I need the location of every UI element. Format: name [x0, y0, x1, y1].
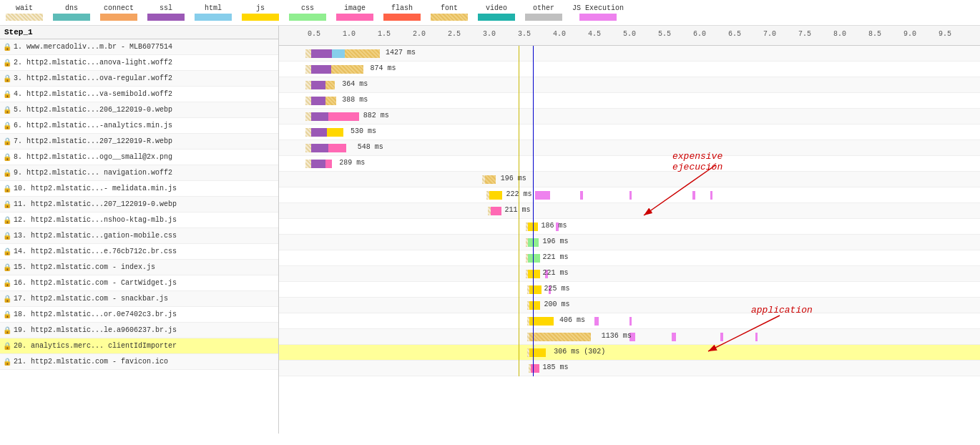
resource-row-17[interactable]: 🔒17. http2.mlstatic.com - snackbar.js	[0, 291, 278, 307]
resource-row-8[interactable]: 🔒8. http2.mlstatic...ogo__small@2x.png	[0, 150, 278, 165]
waterfall-rows: 1427 ms874 ms364 ms388 ms882 ms530 ms548…	[279, 46, 980, 376]
resource-name: 21. http2.mlstatic.com - favicon.ico	[14, 358, 168, 366]
bar-time-label: 874 ms	[370, 64, 396, 72]
bar-time-label: 196 ms	[543, 238, 569, 245]
tick-5.5: 5.5	[658, 30, 671, 38]
bar-time-label: 211 ms	[505, 206, 531, 214]
tick-4.5: 4.5	[588, 30, 601, 38]
resource-name: 2. http2.mlstatic...anova-light.woff2	[14, 59, 172, 67]
resource-name: 5. http2.mlstatic...206_122019-0.webp	[14, 106, 172, 114]
tick-3.0: 3.0	[483, 30, 496, 38]
waterfall-row-16: 225 ms	[279, 282, 980, 298]
resource-row-20[interactable]: 🔒20. analytics.merc... clientIdImporter	[0, 338, 278, 354]
bar-time-label: 1427 ms	[386, 49, 416, 57]
bar-time-label: 196 ms	[501, 175, 526, 182]
bar-segment	[531, 364, 539, 373]
resource-row-3[interactable]: 🔒3. http2.mlstatic...ova-regular.woff2	[0, 71, 278, 87]
js-exec-bar	[692, 191, 695, 200]
lock-icon: 🔒	[3, 200, 11, 209]
resource-row-4[interactable]: 🔒4. http2.mlstatic...va-semibold.woff2	[0, 87, 278, 102]
legend-ssl: ssl	[147, 4, 185, 21]
resource-row-9[interactable]: 🔒9. http2.mlstatic... navigation.woff2	[0, 165, 278, 181]
bar-segment	[311, 81, 325, 89]
js-exec-bar	[755, 333, 758, 341]
waterfall-row-13: 196 ms	[279, 235, 980, 250]
legend-js: js	[242, 4, 279, 21]
js-exec-bar	[672, 333, 676, 341]
tick-7.0: 7.0	[763, 30, 776, 38]
tick-1.0: 1.0	[343, 30, 356, 38]
resource-name: 15. http2.mlstatic.com - index.js	[14, 263, 155, 271]
resource-row-6[interactable]: 🔒6. http2.mlstatic...-analytics.min.js	[0, 118, 278, 134]
resource-name: 6. http2.mlstatic...-analytics.min.js	[14, 122, 172, 129]
resource-name: 12. http2.mlstatic...nshoo-ktag-mlb.js	[14, 216, 177, 224]
lock-icon: 🔒	[3, 326, 11, 335]
resource-row-2[interactable]: 🔒2. http2.mlstatic...anova-light.woff2	[0, 55, 278, 71]
tick-3.5: 3.5	[518, 30, 531, 38]
video-swatch	[478, 14, 515, 21]
resource-row-21[interactable]: 🔒21. http2.mlstatic.com - favicon.ico	[0, 354, 278, 370]
resource-name: 1. www.mercadoliv...m.br - MLB6077514	[14, 43, 172, 51]
bar-segment	[311, 112, 328, 121]
resource-row-11[interactable]: 🔒11. http2.mlstatic...207_122019-0.webp	[0, 197, 278, 212]
lock-icon: 🔒	[3, 295, 11, 303]
resource-row-14[interactable]: 🔒14. http2.mlstatic...e.76cb712c.br.css	[0, 244, 278, 260]
bar-time-label: 548 ms	[358, 143, 383, 151]
bar-segment	[305, 65, 311, 74]
legend-connect: connect	[100, 4, 137, 21]
js-exec-bar	[710, 191, 712, 200]
legend-css: css	[289, 4, 326, 21]
flash-swatch	[383, 14, 421, 21]
resource-name: 8. http2.mlstatic...ogo__small@2x.png	[14, 153, 172, 161]
resource-row-19[interactable]: 🔒19. http2.mlstatic...le.a9606237.br.js	[0, 323, 278, 338]
resource-row-5[interactable]: 🔒5. http2.mlstatic...206_122019-0.webp	[0, 102, 278, 118]
resource-row-18[interactable]: 🔒18. http2.mlstatic...or.0e7402c3.br.js	[0, 307, 278, 323]
lock-icon: 🔒	[3, 310, 11, 319]
legend-html: html	[195, 4, 232, 21]
waterfall-row-6: 530 ms	[279, 124, 980, 140]
waterfall-row-4: 388 ms	[279, 93, 980, 109]
bar-time-label: 186 ms	[542, 222, 567, 230]
lock-icon: 🔒	[3, 279, 11, 288]
resource-row-10[interactable]: 🔒10. http2.mlstatic...- melidata.min.js	[0, 181, 278, 197]
lock-icon: 🔒	[3, 106, 11, 114]
bar-segment	[529, 333, 591, 341]
resource-row-1[interactable]: 🔒1. www.mercadoliv...m.br - MLB6077514	[0, 39, 278, 55]
bar-segment	[311, 144, 328, 152]
resource-name: 11. http2.mlstatic...207_122019-0.webp	[14, 200, 177, 208]
css-swatch	[289, 14, 326, 21]
resource-row-13[interactable]: 🔒13. http2.mlstatic...gation-mobile.css	[0, 228, 278, 244]
bar-segment	[529, 285, 542, 294]
tick-8.0: 8.0	[833, 30, 846, 38]
bar-segment	[311, 65, 330, 74]
bar-time-label: 221 ms	[543, 253, 569, 261]
bar-segment	[305, 81, 311, 89]
bar-segment	[491, 207, 501, 215]
lock-icon: 🔒	[3, 137, 11, 146]
legend-other: other	[525, 4, 562, 21]
bar-segment	[311, 97, 325, 105]
legend-js-exec: JS Execution	[572, 4, 624, 21]
resource-row-16[interactable]: 🔒16. http2.mlstatic.com - CartWidget.js	[0, 275, 278, 291]
bar-time-label: 200 ms	[544, 300, 569, 308]
wait-swatch	[6, 14, 43, 21]
bar-segment	[332, 49, 345, 58]
lock-icon: 🔒	[3, 74, 11, 83]
tick-2.5: 2.5	[448, 30, 461, 38]
bar-time-label: 185 ms	[543, 363, 569, 371]
tick-1.5: 1.5	[378, 30, 391, 38]
bar-segment	[529, 348, 547, 357]
resource-row-7[interactable]: 🔒7. http2.mlstatic...207_122019-R.webp	[0, 134, 278, 150]
bar-time-label: 289 ms	[339, 159, 365, 167]
legend-image: image	[336, 4, 373, 21]
resource-row-15[interactable]: 🔒15. http2.mlstatic.com - index.js	[0, 260, 278, 275]
bar-segment	[528, 270, 540, 278]
bar-time-label: 406 ms	[559, 316, 585, 324]
tick-4.0: 4.0	[553, 30, 566, 38]
bar-segment	[325, 81, 335, 89]
bar-segment	[305, 144, 311, 152]
resource-list: Step_1 🔒1. www.mercadoliv...m.br - MLB60…	[0, 26, 279, 434]
resource-row-12[interactable]: 🔒12. http2.mlstatic...nshoo-ktag-mlb.js	[0, 212, 278, 228]
js-exec-swatch	[579, 14, 617, 21]
lock-icon: 🔒	[3, 232, 11, 240]
